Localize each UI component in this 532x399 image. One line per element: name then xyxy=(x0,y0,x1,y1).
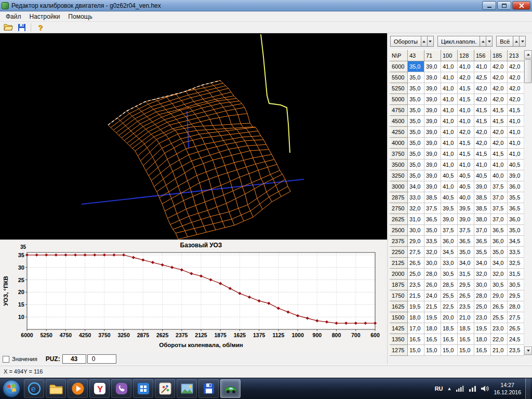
map-cell[interactable]: 37,5 xyxy=(491,181,508,192)
map-cell[interactable]: 41,0 xyxy=(508,127,524,138)
map-cell[interactable]: 23,5 xyxy=(458,301,474,312)
map-cell[interactable]: 26,5 xyxy=(491,301,508,312)
map-cell[interactable]: 32,0 xyxy=(408,203,424,214)
rpm-row-header[interactable]: 1425 xyxy=(390,323,408,334)
map-cell[interactable]: 22,5 xyxy=(441,301,458,312)
map-cell[interactable]: 39,0 xyxy=(508,170,524,181)
map-cell[interactable]: 30,0 xyxy=(424,258,441,269)
taskbar-app-internet-explorer[interactable]: e xyxy=(24,379,44,398)
map-cell[interactable]: 41,0 xyxy=(441,181,458,192)
map-cell[interactable]: 37,5 xyxy=(441,225,458,236)
map-cell[interactable]: 38,5 xyxy=(424,192,441,203)
line-chart[interactable]: 3530252015106000525047504250375032502875… xyxy=(0,240,387,354)
map-cell[interactable]: 42,0 xyxy=(491,72,508,83)
map-cell[interactable]: 41,0 xyxy=(474,61,491,72)
map-cell[interactable]: 35,0 xyxy=(508,225,524,236)
all-spin-down-button[interactable] xyxy=(520,36,526,47)
map-cell[interactable]: 41,5 xyxy=(458,83,474,94)
rpm-row-header[interactable]: 2250 xyxy=(390,247,408,258)
map-cell[interactable]: 41,0 xyxy=(508,138,524,149)
map-cell[interactable]: 26,5 xyxy=(508,323,524,334)
map-cell[interactable]: 37,5 xyxy=(424,203,441,214)
map-cell[interactable]: 31,5 xyxy=(508,269,524,280)
status-icon[interactable] xyxy=(468,385,476,392)
map-cell[interactable]: 29,0 xyxy=(491,290,508,301)
titlebar[interactable]: Редактор калибровок двигателя - g0z62r04… xyxy=(0,0,532,11)
map-cell[interactable]: 42,0 xyxy=(491,138,508,149)
map-cell[interactable]: 31,0 xyxy=(408,214,424,225)
map-cell[interactable]: 34,0 xyxy=(491,258,508,269)
start-button[interactable] xyxy=(2,379,21,398)
map-cell[interactable]: 41,0 xyxy=(491,159,508,170)
map-cell[interactable]: 26,5 xyxy=(458,290,474,301)
map-cell[interactable]: 39,0 xyxy=(424,138,441,149)
map-cell[interactable]: 19,5 xyxy=(474,323,491,334)
map-cell[interactable]: 35,0 xyxy=(408,149,424,159)
rpm-row-header[interactable]: 1500 xyxy=(390,312,408,323)
map-cell[interactable]: 41,5 xyxy=(458,94,474,105)
map-cell[interactable]: 41,0 xyxy=(458,116,474,127)
load-col-header[interactable]: 156 xyxy=(474,50,491,61)
taskbar-app-backup-tool[interactable] xyxy=(198,379,219,398)
map-cell[interactable]: 42,0 xyxy=(474,94,491,105)
taskbar-app-media-player[interactable] xyxy=(68,379,88,398)
map-cell[interactable]: 18,0 xyxy=(474,334,491,345)
map-cell[interactable]: 27,5 xyxy=(508,312,524,323)
taskbar-app-photo-viewer[interactable] xyxy=(177,379,197,398)
rpm-row-header[interactable]: 2500 xyxy=(390,225,408,236)
map-cell[interactable]: 16,5 xyxy=(424,334,441,345)
map-cell[interactable]: 40,5 xyxy=(458,181,474,192)
map-cell[interactable]: 41,0 xyxy=(441,105,458,116)
map-cell[interactable]: 23,5 xyxy=(408,280,424,290)
scroll-up-button[interactable] xyxy=(524,50,532,59)
map-cell[interactable]: 35,0 xyxy=(491,247,508,258)
rpm-row-header[interactable]: 1625 xyxy=(390,301,408,312)
map-cell[interactable]: 39,0 xyxy=(424,170,441,181)
rpm-row-header[interactable]: 3750 xyxy=(390,149,408,159)
map-cell[interactable]: 36,0 xyxy=(508,181,524,192)
map-cell[interactable]: 41,5 xyxy=(458,138,474,149)
map-cell[interactable]: 37,0 xyxy=(491,192,508,203)
map-cell[interactable]: 35,0 xyxy=(408,72,424,83)
rpm-row-header[interactable]: 2750 xyxy=(390,203,408,214)
map-cell[interactable]: 25,0 xyxy=(408,269,424,280)
menu-file[interactable]: Файл xyxy=(2,12,25,21)
map-cell[interactable]: 40,5 xyxy=(474,170,491,181)
map-cell[interactable]: 41,5 xyxy=(474,105,491,116)
map-cell[interactable]: 41,5 xyxy=(474,116,491,127)
map-cell[interactable]: 28,5 xyxy=(441,280,458,290)
save-file-button[interactable] xyxy=(16,22,28,33)
map-cell[interactable]: 36,5 xyxy=(508,203,524,214)
map-cell[interactable]: 39,5 xyxy=(441,203,458,214)
map-cell[interactable]: 37,0 xyxy=(474,225,491,236)
map-cell[interactable]: 39,0 xyxy=(424,83,441,94)
menu-help[interactable]: Помощь xyxy=(64,12,96,21)
map-cell[interactable]: 21,0 xyxy=(458,312,474,323)
load-spin-up-button[interactable] xyxy=(480,36,486,47)
map-cell[interactable]: 41,5 xyxy=(491,149,508,159)
map-cell[interactable]: 37,5 xyxy=(491,203,508,214)
taskbar-app-car-game[interactable] xyxy=(220,379,241,398)
map-cell[interactable]: 36,0 xyxy=(441,236,458,247)
map-cell[interactable]: 18,0 xyxy=(424,323,441,334)
map-cell[interactable]: 33,5 xyxy=(508,247,524,258)
map-cell[interactable]: 15,0 xyxy=(408,345,424,356)
scroll-thumb[interactable] xyxy=(524,59,532,83)
rpm-row-header[interactable]: 4000 xyxy=(390,138,408,149)
load-col-header[interactable]: 100 xyxy=(441,50,458,61)
rpm-row-header[interactable]: 5250 xyxy=(390,83,408,94)
table-scrollbar[interactable] xyxy=(524,50,532,355)
map-cell[interactable]: 36,0 xyxy=(508,214,524,225)
network-signal-icon[interactable] xyxy=(456,385,464,392)
rpm-row-header[interactable]: 2000 xyxy=(390,269,408,280)
map-cell[interactable]: 42,0 xyxy=(474,83,491,94)
all-spin-up-button[interactable] xyxy=(513,36,520,47)
map-cell[interactable]: 41,0 xyxy=(458,159,474,170)
rpm-row-header[interactable]: 1750 xyxy=(390,290,408,301)
map-cell[interactable]: 16,5 xyxy=(408,334,424,345)
map-cell[interactable]: 15,0 xyxy=(441,345,458,356)
taskbar-app-file-explorer[interactable] xyxy=(46,379,66,398)
map-cell[interactable]: 39,5 xyxy=(458,203,474,214)
map-cell[interactable]: 35,0 xyxy=(408,94,424,105)
map-cell[interactable]: 41,0 xyxy=(441,138,458,149)
